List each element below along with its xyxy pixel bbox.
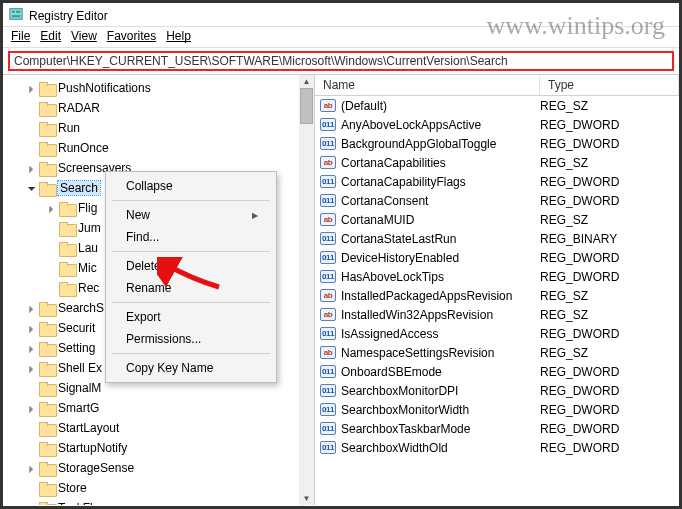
tree-node-label[interactable]: Jum [78, 221, 101, 235]
value-name: SearchboxMonitorDPI [341, 384, 540, 398]
chevron-right-icon[interactable]: ⏵ [25, 301, 39, 315]
value-row[interactable]: 011CortanaConsentREG_DWORD [315, 191, 679, 210]
menu-view[interactable]: View [71, 29, 97, 43]
value-row[interactable]: 011DeviceHistoryEnabledREG_DWORD [315, 248, 679, 267]
tree-node-label[interactable]: Rec [78, 281, 99, 295]
chevron-right-icon[interactable]: ⏵ [25, 461, 39, 475]
chevron-right-icon[interactable]: ⏵ [25, 501, 39, 505]
tree-node[interactable]: RunOnce [5, 138, 314, 158]
svg-rect-1 [12, 11, 16, 14]
value-row[interactable]: 011BackgroundAppGlobalToggleREG_DWORD [315, 134, 679, 153]
chevron-right-icon[interactable]: ⏵ [25, 161, 39, 175]
context-delete[interactable]: Delete [108, 255, 274, 277]
address-bar[interactable]: Computer\HKEY_CURRENT_USER\SOFTWARE\Micr… [8, 51, 674, 71]
value-row[interactable]: 011SearchboxMonitorDPIREG_DWORD [315, 381, 679, 400]
tree-scrollbar[interactable]: ▲ ▼ [299, 75, 314, 505]
value-row[interactable]: 011OnboardSBEmodeREG_DWORD [315, 362, 679, 381]
menu-favorites[interactable]: Favorites [107, 29, 156, 43]
scroll-thumb[interactable] [300, 88, 313, 124]
tree-node-label[interactable]: PushNotifications [58, 81, 151, 95]
value-row[interactable]: 011IsAssignedAccessREG_DWORD [315, 324, 679, 343]
tree-node[interactable]: StartLayout [5, 418, 314, 438]
value-row[interactable]: 011SearchboxTaskbarModeREG_DWORD [315, 419, 679, 438]
tree-node-label[interactable]: Securit [58, 321, 95, 335]
chevron-right-icon[interactable]: ⏵ [25, 81, 39, 95]
value-row[interactable]: 011AnyAboveLockAppsActiveREG_DWORD [315, 115, 679, 134]
value-name: CortanaCapabilityFlags [341, 175, 540, 189]
tree-node-label[interactable]: StartupNotify [58, 441, 127, 455]
expander-none [25, 101, 39, 115]
expander-none [25, 121, 39, 135]
menu-edit[interactable]: Edit [40, 29, 61, 43]
tree-node-label[interactable]: SignalM [58, 381, 101, 395]
context-copy-key-name[interactable]: Copy Key Name [108, 357, 274, 379]
expander-none [25, 481, 39, 495]
binary-value-icon: 011 [319, 326, 337, 342]
tree-node-label[interactable]: Store [58, 481, 87, 495]
value-name: OnboardSBEmode [341, 365, 540, 379]
tree-node[interactable]: ⏵SmartG [5, 398, 314, 418]
scroll-down-icon[interactable]: ▼ [303, 492, 311, 505]
value-row[interactable]: 011CortanaCapabilityFlagsREG_DWORD [315, 172, 679, 191]
value-row[interactable]: 011CortanaStateLastRunREG_BINARY [315, 229, 679, 248]
value-row[interactable]: ab(Default)REG_SZ [315, 96, 679, 115]
chevron-right-icon[interactable]: ⏵ [25, 321, 39, 335]
column-type[interactable]: Type [540, 75, 679, 95]
tree-node-label[interactable]: TaskFlow [58, 501, 108, 505]
chevron-right-icon[interactable]: ⏵ [25, 401, 39, 415]
context-export[interactable]: Export [108, 306, 274, 328]
chevron-right-icon[interactable]: ⏵ [25, 361, 39, 375]
values-list[interactable]: ab(Default)REG_SZ011AnyAboveLockAppsActi… [315, 96, 679, 457]
context-collapse[interactable]: Collapse [108, 175, 274, 197]
tree-node-label[interactable]: SmartG [58, 401, 99, 415]
context-new[interactable]: New [108, 204, 274, 226]
value-row[interactable]: abInstalledPackagedAppsRevisionREG_SZ [315, 286, 679, 305]
value-type: REG_DWORD [540, 327, 679, 341]
tree-node[interactable]: RADAR [5, 98, 314, 118]
tree-node[interactable]: Store [5, 478, 314, 498]
chevron-right-icon[interactable]: ⏵ [45, 201, 59, 215]
value-type: REG_BINARY [540, 232, 679, 246]
tree-node-label[interactable]: Search [58, 181, 100, 195]
context-permissions[interactable]: Permissions... [108, 328, 274, 350]
tree-node-label[interactable]: StorageSense [58, 461, 134, 475]
value-row[interactable]: 011HasAboveLockTipsREG_DWORD [315, 267, 679, 286]
menu-file[interactable]: File [11, 29, 30, 43]
folder-icon [59, 282, 75, 295]
context-rename[interactable]: Rename [108, 277, 274, 299]
tree-node-label[interactable]: RunOnce [58, 141, 109, 155]
value-type: REG_SZ [540, 346, 679, 360]
tree-node-label[interactable]: Lau [78, 241, 98, 255]
tree-node-label[interactable]: RADAR [58, 101, 100, 115]
tree-node-label[interactable]: Shell Ex [58, 361, 102, 375]
value-row[interactable]: 011SearchboxWidthOldREG_DWORD [315, 438, 679, 457]
tree-node-label[interactable]: Run [58, 121, 80, 135]
tree-node-label[interactable]: StartLayout [58, 421, 119, 435]
chevron-right-icon[interactable]: ⏵ [25, 341, 39, 355]
scroll-up-icon[interactable]: ▲ [303, 75, 311, 88]
tree-node[interactable]: ⏵PushNotifications [5, 78, 314, 98]
tree-node-label[interactable]: Mic [78, 261, 97, 275]
value-row[interactable]: abCortanaMUIDREG_SZ [315, 210, 679, 229]
tree-node[interactable]: ⏵TaskFlow [5, 498, 314, 505]
menu-help[interactable]: Help [166, 29, 191, 43]
tree-node[interactable]: ⏵StorageSense [5, 458, 314, 478]
tree-node-label[interactable]: Flig [78, 201, 97, 215]
context-find[interactable]: Find... [108, 226, 274, 248]
folder-icon [39, 102, 55, 115]
value-type: REG_DWORD [540, 403, 679, 417]
value-row[interactable]: abInstalledWin32AppsRevisionREG_SZ [315, 305, 679, 324]
tree-node[interactable]: StartupNotify [5, 438, 314, 458]
value-row[interactable]: abNamespaceSettingsRevisionREG_SZ [315, 343, 679, 362]
value-row[interactable]: 011SearchboxMonitorWidthREG_DWORD [315, 400, 679, 419]
chevron-down-icon[interactable]: ⏷ [25, 181, 39, 195]
tree-node-label[interactable]: SearchS [58, 301, 104, 315]
tree-node[interactable]: Run [5, 118, 314, 138]
folder-icon [39, 462, 55, 475]
binary-value-icon: 011 [319, 364, 337, 380]
value-name: SearchboxWidthOld [341, 441, 540, 455]
folder-icon [39, 342, 55, 355]
tree-node-label[interactable]: Setting [58, 341, 95, 355]
column-name[interactable]: Name [315, 75, 540, 95]
value-row[interactable]: abCortanaCapabilitiesREG_SZ [315, 153, 679, 172]
